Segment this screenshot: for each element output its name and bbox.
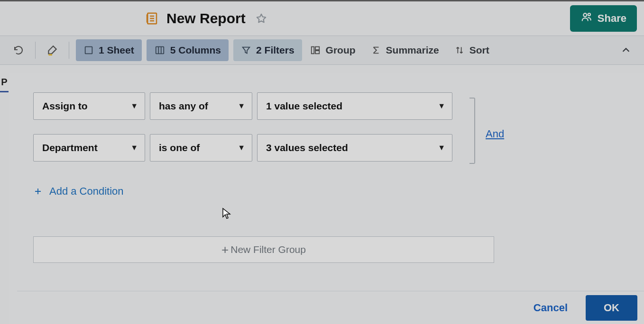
chevron-down-icon: ▼ (438, 144, 445, 152)
columns-icon (154, 45, 166, 55)
new-filter-group-label: New Filter Group (230, 244, 306, 255)
filter-operator-label: is one of (150, 142, 219, 153)
filter-operator-select[interactable]: has any of ▼ (150, 92, 252, 120)
refresh-button[interactable] (9, 40, 28, 60)
report-toolbar: 1 Sheet 5 Columns 2 Filters (0, 36, 644, 65)
chevron-down-icon: ▼ (130, 144, 138, 152)
filters-tab[interactable]: 2 Filters (233, 39, 302, 61)
favorite-star-icon[interactable] (253, 10, 269, 27)
collapse-panel-button[interactable] (616, 41, 635, 60)
group-tab-label: Group (326, 45, 356, 56)
filter-field-select[interactable]: Department ▼ (33, 134, 145, 162)
toolbar-divider (69, 42, 69, 59)
ok-button[interactable]: OK (586, 295, 637, 321)
summarize-tab[interactable]: Summarize (363, 39, 447, 61)
cancel-button[interactable]: Cancel (528, 297, 573, 319)
filter-value-label: 1 value selected (258, 100, 361, 112)
left-tab-sliver: P (0, 73, 9, 92)
columns-tab[interactable]: 5 Columns (147, 39, 229, 61)
chevron-down-icon: ▼ (238, 102, 245, 110)
share-button[interactable]: Share (570, 5, 637, 32)
svg-rect-3 (85, 47, 92, 54)
add-condition-label: Add a Condition (49, 185, 124, 198)
svg-rect-7 (315, 51, 319, 54)
chevron-down-icon: ▼ (238, 144, 245, 152)
people-icon (580, 11, 593, 26)
chevron-down-icon: ▼ (438, 102, 445, 110)
columns-tab-label: 5 Columns (170, 45, 221, 56)
svg-rect-4 (156, 47, 164, 54)
new-filter-group-button[interactable]: + New Filter Group (33, 236, 494, 263)
chevron-down-icon: ▼ (130, 102, 138, 110)
filters-tab-label: 2 Filters (256, 45, 294, 56)
sheet-tab-label: 1 Sheet (99, 45, 134, 56)
filter-condition-row: Assign to ▼ has any of ▼ 1 value selecte… (33, 92, 452, 120)
sort-icon (454, 45, 465, 55)
filter-field-select[interactable]: Assign to ▼ (33, 92, 145, 120)
highlight-button[interactable] (42, 40, 62, 60)
filter-icon (241, 45, 251, 55)
filter-field-label: Department (34, 142, 117, 153)
filter-operator-select[interactable]: is one of ▼ (150, 134, 252, 162)
sheet-tab[interactable]: 1 Sheet (76, 39, 142, 61)
toolbar-divider (35, 42, 36, 59)
filter-logic-toggle[interactable]: And (486, 128, 504, 140)
plus-icon: + (221, 243, 229, 257)
svg-rect-5 (311, 47, 314, 54)
group-icon (310, 45, 321, 55)
panel-footer: Cancel OK (17, 291, 644, 324)
sheet-icon (83, 45, 94, 55)
filter-value-select[interactable]: 3 values selected ▼ (257, 134, 452, 162)
page-title: New Report (166, 10, 246, 27)
sigma-icon (371, 45, 381, 55)
filter-value-label: 3 values selected (258, 142, 367, 153)
filter-panel: Assign to ▼ has any of ▼ 1 value selecte… (9, 73, 644, 324)
share-button-label: Share (598, 12, 626, 25)
filter-field-label: Assign to (34, 100, 107, 112)
filter-condition-row: Department ▼ is one of ▼ 3 values select… (33, 134, 452, 162)
sort-tab[interactable]: Sort (447, 39, 497, 61)
add-condition-button[interactable]: Add a Condition (33, 185, 124, 198)
svg-rect-6 (315, 47, 319, 50)
sort-tab-label: Sort (469, 45, 489, 56)
summarize-tab-label: Summarize (386, 45, 439, 56)
group-tab[interactable]: Group (302, 39, 363, 61)
filter-operator-label: has any of (150, 100, 227, 112)
svg-point-2 (588, 13, 590, 16)
report-icon (145, 11, 159, 26)
svg-point-1 (583, 13, 587, 17)
plus-icon (33, 187, 43, 196)
filter-group-bracket (469, 98, 475, 164)
filter-value-select[interactable]: 1 value selected ▼ (257, 92, 452, 120)
